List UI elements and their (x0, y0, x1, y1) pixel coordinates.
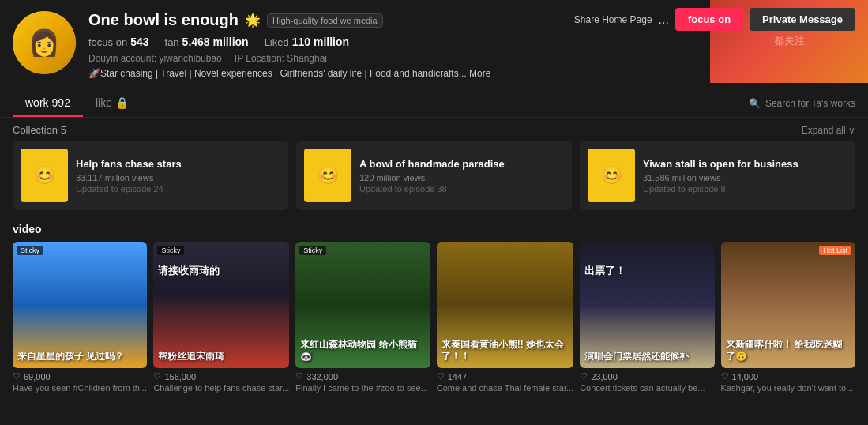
video-overlay-text-5: 演唱会门票居然还能候补 (584, 351, 709, 363)
collection-thumb-3: 😊 (588, 149, 635, 202)
video-thumb-6: Hot List 来新疆喀什啦！ 给我吃迷糊了🙃 (721, 242, 855, 368)
tab-work-count: 992 (52, 96, 70, 109)
video-desc-4: Come and chase Thai female star... (437, 383, 573, 393)
quality-badge: High-quality food we media (267, 13, 383, 28)
bio-text: 🚀Star chasing | Travel | Novel experienc… (88, 68, 490, 79)
video-meta-4: ♡ 1447 (437, 371, 573, 382)
liked-count: 110 million (292, 36, 349, 48)
video-desc-5: Concert tickets can actually be... (580, 383, 714, 393)
video-desc-2: Challenge to help fans chase star... (153, 383, 289, 393)
collection-info-3: Yiwan stall is open for business 31.586 … (643, 158, 847, 194)
video-desc-1: Have you seen #Children from th... (13, 383, 147, 393)
fan-stat: fan 5.468 million (165, 36, 249, 48)
share-link[interactable]: Share Home Page (574, 14, 652, 25)
tab-work[interactable]: work 992 (13, 90, 83, 117)
liked-label: Liked (265, 36, 289, 48)
video-overlay-text-6: 来新疆喀什啦！ 给我吃迷糊了🙃 (726, 339, 851, 363)
video-bg-1: Sticky 来自星星的孩子 见过吗？ (13, 242, 147, 368)
search-label: Search for Ta's works (765, 98, 855, 109)
more-options-button[interactable]: ... (659, 13, 669, 27)
video-desc-3: Finally I came to the #zoo to see... (295, 383, 430, 393)
video-card-3[interactable]: Sticky 来红山森林动物园 给小熊猫🐼 ♡ 332,000 Finally … (295, 242, 430, 393)
collection-views-1: 83.117 million views (76, 173, 280, 182)
sticky-badge: Sticky (157, 246, 184, 255)
private-message-button[interactable]: Private Message (750, 8, 855, 31)
video-likes-1: 69,000 (24, 372, 51, 382)
video-bg-3: Sticky 来红山森林动物园 给小熊猫🐼 (295, 242, 430, 368)
collection-card-3[interactable]: 😊 Yiwan stall is open for business 31.58… (580, 141, 855, 210)
heart-icon-4: ♡ (437, 371, 445, 382)
heart-icon-3: ♡ (295, 371, 303, 382)
video-meta-1: ♡ 69,000 (13, 371, 147, 382)
heart-icon-6: ♡ (721, 371, 729, 382)
ip-location: IP Location: Shanghai (235, 53, 327, 64)
heart-icon-1: ♡ (13, 371, 21, 382)
search-works[interactable]: 🔍 Search for Ta's works (749, 98, 855, 109)
sticky-badge: Sticky (299, 246, 326, 255)
sticky-badge: Sticky (17, 246, 43, 255)
collection-thumb-1: 😊 (21, 149, 68, 202)
video-likes-6: 14,000 (732, 372, 759, 382)
video-bg-4: 来泰国看黄油小熊!! 她也太会了！！ (437, 242, 573, 368)
collection-label: Collection 5 (13, 124, 66, 136)
video-card-5[interactable]: 出票了！ 演唱会门票居然还能候补 ♡ 23,000 Concert ticket… (580, 242, 714, 393)
heart-icon-2: ♡ (153, 371, 161, 382)
video-thumb-1: Sticky 来自星星的孩子 见过吗？ (13, 242, 147, 368)
profile-header: 👩 One bowl is enough 🌟 High-quality food… (0, 0, 868, 87)
video-bg-2: Sticky 请接收雨琦的 帮粉丝追宋雨琦 (153, 242, 289, 368)
video-meta-3: ♡ 332,000 (295, 371, 430, 382)
video-thumb-3: Sticky 来红山森林动物园 给小熊猫🐼 (295, 242, 430, 368)
collection-card-1[interactable]: 😊 Help fans chase stars 83.117 million v… (13, 141, 288, 210)
collection-title-3: Yiwan stall is open for business (643, 158, 847, 170)
video-card-1[interactable]: Sticky 来自星星的孩子 见过吗？ ♡ 69,000 Have you se… (13, 242, 147, 393)
video-thumb-2: Sticky 请接收雨琦的 帮粉丝追宋雨琦 (153, 242, 289, 368)
collection-card-2[interactable]: 😊 A bowl of handmade paradise 120 millio… (296, 141, 572, 210)
tabs-bar: work 992 like 🔒 🔍 Search for Ta's works (0, 90, 868, 118)
video-meta-6: ♡ 14,000 (721, 371, 855, 382)
hot-badge: Hot List (819, 246, 851, 255)
video-grid: Sticky 来自星星的孩子 见过吗？ ♡ 69,000 Have you se… (0, 242, 868, 393)
video-meta-5: ♡ 23,000 (580, 371, 714, 382)
profile-name: One bowl is enough (88, 11, 239, 29)
video-card-6[interactable]: Hot List 来新疆喀什啦！ 给我吃迷糊了🙃 ♡ 14,000 Kashga… (721, 242, 855, 393)
collection-title-2: A bowl of handmade paradise (359, 158, 564, 170)
lock-icon: 🔒 (115, 96, 129, 109)
fan-label: fan (165, 36, 179, 48)
collection-thumb-2: 😊 (304, 149, 351, 202)
tab-like[interactable]: like 🔒 (83, 90, 141, 117)
tab-like-label: like (96, 96, 112, 109)
collection-info-2: A bowl of handmade paradise 120 million … (359, 158, 564, 194)
video-meta-2: ♡ 156,000 (153, 371, 289, 382)
fan-count: 5.468 million (182, 36, 249, 48)
tab-work-label: work (25, 96, 49, 109)
video-likes-5: 23,000 (591, 372, 618, 382)
focus-label: focus on (88, 36, 127, 48)
collection-grid: 😊 Help fans chase stars 83.117 million v… (0, 141, 868, 218)
header-actions: Share Home Page ... focus on Private Mes… (574, 8, 855, 31)
search-icon: 🔍 (749, 98, 761, 109)
quality-label: High-quality food we media (272, 16, 378, 25)
collection-updated-2: Updated to episode 38 (359, 184, 564, 194)
focus-stat: focus on 543 (88, 36, 149, 48)
video-section-label: video (0, 218, 868, 242)
video-card-2[interactable]: Sticky 请接收雨琦的 帮粉丝追宋雨琦 ♡ 156,000 Challeng… (153, 242, 289, 393)
video-likes-2: 156,000 (164, 372, 196, 382)
video-likes-3: 332,000 (306, 372, 338, 382)
video-card-4[interactable]: 来泰国看黄油小熊!! 她也太会了！！ ♡ 1447 Come and chase… (437, 242, 573, 393)
collection-views-3: 31.586 million views (643, 173, 847, 182)
video-desc-6: Kashgar, you really don't want to... (721, 383, 855, 393)
expand-all-button[interactable]: Expand all ∨ (802, 125, 855, 136)
profile-emoji: 🌟 (245, 13, 261, 28)
collection-bar: Collection 5 Expand all ∨ (0, 118, 868, 141)
focus-button[interactable]: focus on (675, 8, 743, 31)
video-thumb-4: 来泰国看黄油小熊!! 她也太会了！！ (437, 242, 573, 368)
liked-stat: Liked 110 million (265, 36, 349, 48)
video-overlay-text-2: 帮粉丝追宋雨琦 (158, 351, 284, 363)
avatar: 👩 (13, 11, 76, 74)
video-bg-6: Hot List 来新疆喀什啦！ 给我吃迷糊了🙃 (721, 242, 855, 368)
video-overlay-text-3: 来红山森林动物园 给小熊猫🐼 (300, 339, 425, 363)
video-likes-4: 1447 (448, 372, 467, 382)
video-thumb-5: 出票了！ 演唱会门票居然还能候补 (580, 242, 714, 368)
collection-info-1: Help fans chase stars 83.117 million vie… (76, 158, 280, 194)
video-overlay-text-4: 来泰国看黄油小熊!! 她也太会了！！ (442, 339, 569, 363)
